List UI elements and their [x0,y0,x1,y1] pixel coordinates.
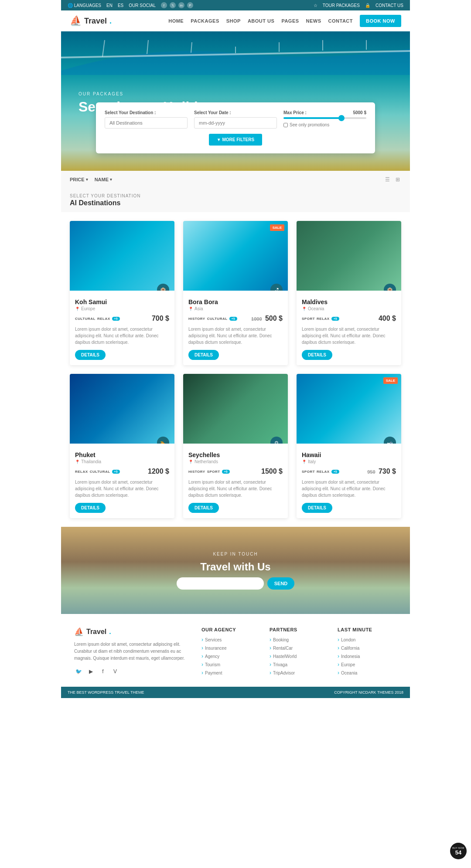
tag: RELAX [75,470,88,474]
shield-icon: 🔒 [365,3,370,8]
card-region: Netherlands [188,459,283,464]
nav-about[interactable]: ABOUT US [248,18,274,24]
footer-col: PARTNERS BookingRentalCarHastelWorldTriv… [270,627,329,678]
grid-view-icon[interactable]: ⊞ [394,176,401,183]
sort-price-button[interactable]: PRICE [70,177,88,182]
tag: CULTURAL [75,317,96,321]
tags-list: SPORTRELAX +5 [302,317,339,321]
footer-link[interactable]: Indonesia [338,653,397,659]
nav-packages[interactable]: PACKAGES [191,18,219,24]
nav-contact[interactable]: CONTACT [328,18,353,24]
card-tags: HISTORYCULTURAL +5 1000 500 $ [188,315,283,322]
details-button[interactable]: DETAILS [75,503,106,513]
twitter-footer-icon[interactable]: 🐦 [74,667,83,676]
newsletter-subtitle: KEEP IN TOUCH [213,552,258,556]
view-toggle: ☰ ⊞ [384,176,401,183]
card-region: Europe [75,306,169,311]
card-body: Seychelles Netherlands HISTORYSPORT +5 1… [183,444,288,518]
tag-count: +5 [229,317,237,321]
date-input[interactable] [194,117,277,129]
footer-link[interactable]: Payment [201,670,261,676]
footer-link[interactable]: California [338,645,397,651]
footer-link[interactable]: Trivaga [270,661,329,668]
card-body: Maldives Oceania SPORTRELAX +5 400 $ Lor… [297,291,401,365]
hero-subtitle: OUR PACKAGES [78,92,392,96]
card-image-bg [297,374,401,444]
lang-es[interactable]: ES [118,3,123,8]
newsletter-send-button[interactable]: SEND [267,577,295,590]
facebook-footer-icon[interactable]: f [99,667,107,676]
card-region: Italy [302,459,396,464]
card-image-bg [70,374,174,444]
footer-link[interactable]: London [338,637,397,643]
book-now-button[interactable]: BOOK NOW [360,15,401,27]
nav-news[interactable]: NEWS [306,18,321,24]
footer-social-icons: 🐦 ▶ f V [74,667,193,676]
card-image: SALE 🎿 [297,374,401,444]
nav-shop[interactable]: SHOP [226,18,241,24]
ai-subtitle: Select Your Destination [70,193,401,198]
footer-link[interactable]: Agency [201,653,261,659]
details-button[interactable]: DETAILS [188,503,219,513]
card-image: 🏊 [70,374,174,444]
youtube-footer-icon[interactable]: ▶ [86,667,95,676]
ai-section: Select Your Destination AI Destinations [61,188,410,212]
date-label: Select Your Date : [194,110,277,115]
top-bar: 🌐 LANGUAGES EN ES OUR SOCIAL f 𝕏 in P ☆ … [61,0,410,10]
list-item: California [338,645,397,651]
tag: SPORT [207,470,220,474]
price-slider[interactable] [283,117,366,119]
promotions-checkbox-row: See only promotions [283,122,366,127]
nav-pages[interactable]: PAGES [281,18,299,24]
card-image: ⚙ [183,374,288,444]
card-title: Seychelles [188,451,283,458]
twitter-icon[interactable]: 𝕏 [170,2,176,8]
social-icons: f 𝕏 in P [161,2,193,8]
details-button[interactable]: DETAILS [302,503,332,513]
newsletter-title: Travel with Us [200,561,270,573]
facebook-icon[interactable]: f [161,2,167,8]
lang-en[interactable]: EN [106,3,113,8]
tour-packages-link[interactable]: TOUR PACKAGES [323,3,360,8]
footer-link[interactable]: HastelWorld [270,653,329,659]
list-view-icon[interactable]: ☰ [384,176,391,183]
linkedin-icon[interactable]: in [178,2,184,8]
price-slider-thumb[interactable] [338,115,345,121]
more-filters-button[interactable]: ▼ MORE FILTERS [209,134,262,146]
vimeo-footer-icon[interactable]: V [111,667,119,676]
contact-us-link[interactable]: CONTACT US [375,3,403,8]
footer-link[interactable]: Booking [270,637,329,643]
package-card: SALE 🏖 Bora Bora Asia HISTORYCULTURAL +5… [183,221,288,365]
card-image: 🏨 [70,221,174,291]
promotions-checkbox[interactable] [283,123,288,127]
card-body: Koh Samui Europe CULTURALRELAX +5 700 $ … [70,291,174,365]
footer-link[interactable]: TripAdvisor [270,670,329,676]
date-field: Select Your Date : [194,110,277,129]
details-button[interactable]: DETAILS [188,350,219,360]
footer-logo: ⛵ Travel. [74,627,193,637]
sort-name-button[interactable]: NAME [95,177,112,182]
details-button[interactable]: DETAILS [302,350,332,360]
pinterest-icon[interactable]: P [187,2,193,8]
card-tags: HISTORYSPORT +5 1500 $ [188,468,283,475]
card-body: Hawaii Italy SPORTRELAX +5 950 730 $ Lor… [297,444,401,518]
card-region: Oceania [302,306,396,311]
footer-link[interactable]: Services [201,637,261,643]
footer-link[interactable]: Tourism [201,661,261,668]
star-icon: ☆ [314,3,317,8]
card-price: 400 $ [379,315,396,322]
footer-link[interactable]: Oceania [338,670,397,676]
newsletter-input[interactable] [177,577,264,590]
list-item: Oceania [338,670,397,676]
destination-input[interactable] [105,117,188,129]
footer-link[interactable]: Europe [338,661,397,668]
footer-link[interactable]: Insurancee [201,645,261,651]
details-button[interactable]: DETAILS [75,350,106,360]
old-price: 1000 [251,316,262,322]
card-description: Lorem ipsum dolor sit amet, consectetur … [75,479,169,498]
footer-description: Lorem ipsum dolor sit amet, consectetur … [74,641,193,662]
nav-home[interactable]: HOME [168,18,184,24]
card-tags: CULTURALRELAX +5 700 $ [75,315,169,322]
search-wrapper: Select Your Destination : Select Your Da… [78,102,392,153]
footer-link[interactable]: RentalCar [270,645,329,651]
